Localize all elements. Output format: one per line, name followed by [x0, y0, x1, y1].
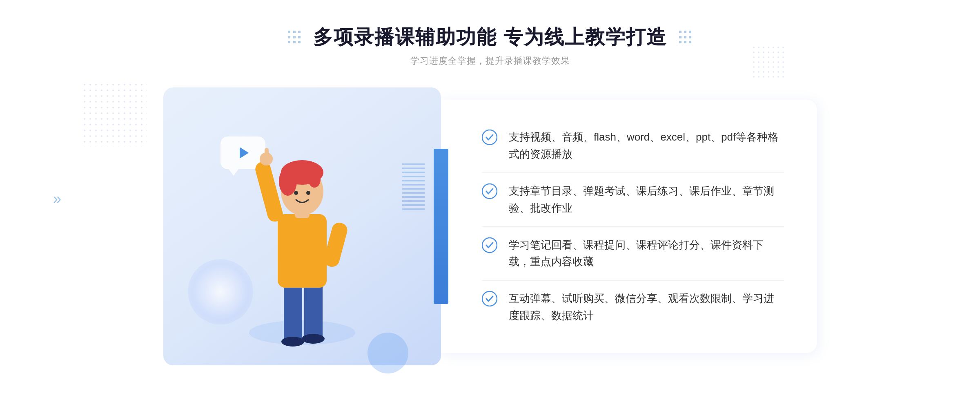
- svg-point-3: [281, 337, 304, 347]
- svg-point-12: [308, 171, 321, 188]
- page-wrapper: » 多项录播课辅助功能 专为线上教学打造 学习进度全掌握，提升录播课教学效果: [0, 0, 980, 398]
- feature-text-2: 支持章节目录、弹题考试、课后练习、课后作业、章节测验、批改作业: [509, 183, 784, 217]
- feature-text-3: 学习笔记回看、课程提问、课程评论打分、课件资料下载，重点内容收藏: [509, 237, 784, 271]
- left-arrows-decoration: »: [53, 190, 58, 208]
- feature-text-1: 支持视频、音频、flash、word、excel、ppt、pdf等各种格式的资源…: [509, 129, 784, 163]
- feature-divider-1: [482, 172, 784, 173]
- bg-dots-right-top: [751, 45, 784, 78]
- illustration-card: [163, 87, 441, 365]
- main-title: 多项录播课辅助功能 专为线上教学打造: [313, 25, 666, 50]
- svg-point-4: [302, 334, 325, 344]
- svg-rect-1: [284, 284, 302, 341]
- dot-grid-right: [679, 31, 692, 44]
- svg-rect-5: [278, 214, 327, 288]
- feature-item-3: 学习笔记回看、课程提问、课程评论打分、课件资料下载，重点内容收藏: [482, 229, 784, 278]
- feature-item-1: 支持视频、音频、flash、word、excel、ppt、pdf等各种格式的资源…: [482, 121, 784, 170]
- check-icon-4: [482, 291, 497, 306]
- svg-point-18: [482, 184, 497, 199]
- title-row: 多项录播课辅助功能 专为线上教学打造: [288, 25, 692, 50]
- svg-point-11: [279, 167, 297, 196]
- svg-point-14: [306, 191, 310, 195]
- header-section: 多项录播课辅助功能 专为线上教学打造 学习进度全掌握，提升录播课教学效果: [288, 25, 692, 67]
- check-icon-2: [482, 183, 497, 199]
- feature-item-2: 支持章节目录、弹题考试、课后练习、课后作业、章节测验、批改作业: [482, 175, 784, 224]
- feature-divider-3: [482, 280, 784, 281]
- svg-rect-2: [304, 284, 323, 341]
- dot-grid-left: [288, 31, 301, 44]
- person-figure: [233, 128, 372, 365]
- feature-text-4: 互动弹幕、试听购买、微信分享、观看次数限制、学习进度跟踪、数据统计: [509, 290, 784, 324]
- features-panel: 支持视频、音频、flash、word、excel、ppt、pdf等各种格式的资源…: [441, 100, 817, 353]
- content-area: 支持视频、音频、flash、word、excel、ppt、pdf等各种格式的资源…: [163, 87, 817, 365]
- check-icon-3: [482, 237, 497, 253]
- striped-rect-decoration: [402, 161, 425, 210]
- feature-divider-2: [482, 226, 784, 227]
- feature-item-4: 互动弹幕、试听购买、微信分享、观看次数限制、学习进度跟踪、数据统计: [482, 283, 784, 331]
- svg-rect-6: [254, 160, 285, 224]
- svg-point-19: [482, 238, 497, 253]
- svg-point-20: [482, 291, 497, 306]
- blue-circle-decoration: [368, 333, 408, 373]
- svg-point-17: [482, 130, 497, 145]
- subtitle: 学习进度全掌握，提升录播课教学效果: [288, 55, 692, 67]
- svg-rect-16: [265, 148, 269, 161]
- accent-bar: [434, 149, 448, 304]
- bg-dots-left: [82, 82, 147, 147]
- svg-point-13: [294, 191, 298, 195]
- check-icon-1: [482, 130, 497, 145]
